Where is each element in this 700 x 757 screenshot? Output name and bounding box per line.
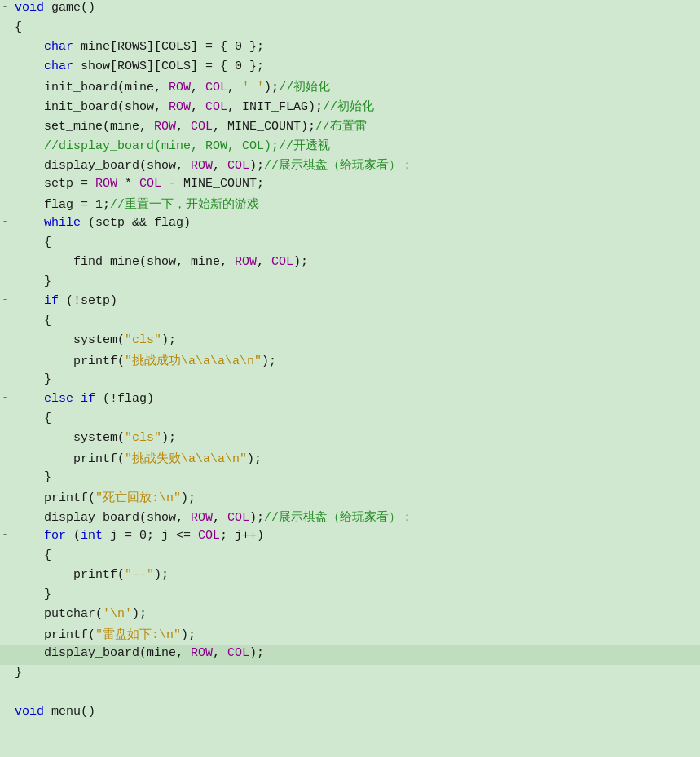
line-content-26: printf("死亡回放:\n");	[11, 490, 700, 505]
code-line-14: find_mine(show, mine, ROW, COL);	[0, 254, 700, 274]
code-line-1: - void game()	[0, 0, 700, 20]
line-content-9: display_board(show, ROW, COL);//展示棋盘（给玩家…	[11, 157, 700, 173]
code-line-27: display_board(show, ROW, COL);//展示棋盘（给玩家…	[0, 508, 700, 528]
code-line-17: {	[0, 313, 700, 332]
line-content-33: printf("雷盘如下:\n");	[11, 627, 700, 642]
code-line-21: - else if (!flag)	[0, 391, 700, 411]
func-name: game()	[51, 1, 95, 15]
code-line-23: system("cls");	[0, 430, 700, 450]
line-content-2: {	[11, 20, 700, 34]
line-content-30: printf("--");	[11, 568, 700, 582]
line-content-31: }	[11, 588, 700, 601]
code-line-26: printf("死亡回放:\n");	[0, 489, 700, 508]
line-content-25: }	[11, 470, 700, 484]
fold-icon-12[interactable]: -	[2, 216, 8, 226]
line-content-23: system("cls");	[11, 431, 700, 445]
line-content-5: init_board(mine, ROW, COL, ' ');//初始化	[11, 79, 700, 95]
code-line-6: init_board(show, ROW, COL, INIT_FLAG);//…	[0, 98, 700, 117]
line-content-14: find_mine(show, mine, ROW, COL);	[11, 255, 700, 269]
code-line-7: set_mine(mine, ROW, COL, MINE_COUNT);//布…	[0, 117, 700, 137]
code-line-19: printf("挑战成功\a\a\a\a\n");	[0, 352, 700, 372]
fold-icon-28[interactable]: -	[2, 529, 8, 539]
code-line-33: printf("雷盘如下:\n");	[0, 626, 700, 645]
line-content-34: display_board(mine, ROW, COL);	[11, 646, 700, 660]
code-line-22: {	[0, 411, 700, 430]
code-line-30: printf("--");	[0, 567, 700, 587]
line-content-15: }	[11, 275, 700, 288]
gutter-12: -	[0, 216, 11, 226]
line-content-36	[11, 685, 700, 699]
gutter-28: -	[0, 529, 11, 539]
line-content-20: }	[11, 372, 700, 386]
line-content-37: void menu()	[11, 705, 700, 719]
fold-icon-21[interactable]: -	[2, 392, 8, 402]
gutter-1: -	[0, 1, 11, 11]
line-content-3: char mine[ROWS][COLS] = { 0 };	[11, 40, 700, 54]
line-content-35: }	[11, 666, 700, 680]
code-line-31: }	[0, 587, 700, 606]
line-content-8: //display_board(mine, ROW, COL);//开透视	[11, 138, 700, 153]
fold-icon-1[interactable]: -	[2, 1, 8, 11]
code-line-8: //display_board(mine, ROW, COL);//开透视	[0, 137, 700, 156]
line-content-1: void game()	[11, 1, 700, 15]
code-line-5: init_board(mine, ROW, COL, ' ');//初始化	[0, 78, 700, 98]
code-line-16: - if (!setp)	[0, 293, 700, 313]
gutter-21: -	[0, 392, 11, 402]
code-line-3: char mine[ROWS][COLS] = { 0 };	[0, 39, 700, 59]
code-line-10: setp = ROW * COL - MINE_COUNT;	[0, 176, 700, 196]
line-content-29: {	[11, 548, 700, 562]
line-content-28: for (int j = 0; j <= COL; j++)	[11, 529, 700, 543]
line-content-11: flag = 1;//重置一下，开始新的游戏	[11, 196, 700, 212]
line-content-13: {	[11, 235, 700, 249]
code-line-29: {	[0, 548, 700, 567]
gutter-16: -	[0, 294, 11, 304]
code-line-15: }	[0, 274, 700, 293]
code-line-37: void menu()	[0, 704, 700, 724]
code-line-4: char show[ROWS][COLS] = { 0 };	[0, 59, 700, 78]
line-content-24: printf("挑战失败\a\a\a\n");	[11, 451, 700, 466]
code-line-35: }	[0, 665, 700, 684]
code-line-18: system("cls");	[0, 332, 700, 352]
line-content-7: set_mine(mine, ROW, COL, MINE_COUNT);//布…	[11, 118, 700, 134]
kw-void: void	[15, 1, 44, 15]
line-content-16: if (!setp)	[11, 294, 700, 308]
code-line-36	[0, 684, 700, 704]
line-content-27: display_board(show, ROW, COL);//展示棋盘（给玩家…	[11, 509, 700, 525]
line-content-18: system("cls");	[11, 333, 700, 347]
code-line-32: putchar('\n');	[0, 606, 700, 626]
code-line-20: }	[0, 372, 700, 391]
code-line-13: {	[0, 235, 700, 254]
code-line-12: - while (setp && flag)	[0, 215, 700, 235]
line-content-4: char show[ROWS][COLS] = { 0 };	[11, 59, 700, 73]
line-content-21: else if (!flag)	[11, 392, 700, 406]
code-line-28: - for (int j = 0; j <= COL; j++)	[0, 528, 700, 548]
code-editor: - void game() { char mine[ROWS][COLS] = …	[0, 0, 700, 757]
kw-void-menu: void	[15, 705, 44, 719]
fold-icon-16[interactable]: -	[2, 294, 8, 304]
code-line-9: display_board(show, ROW, COL);//展示棋盘（给玩家…	[0, 156, 700, 176]
code-line-24: printf("挑战失败\a\a\a\n");	[0, 450, 700, 469]
line-content-17: {	[11, 314, 700, 328]
line-content-12: while (setp && flag)	[11, 216, 700, 230]
code-line-34: display_board(mine, ROW, COL);	[0, 645, 700, 665]
line-content-32: putchar('\n');	[11, 607, 700, 621]
code-line-11: flag = 1;//重置一下，开始新的游戏	[0, 196, 700, 215]
line-content-6: init_board(show, ROW, COL, INIT_FLAG);//…	[11, 99, 700, 114]
code-line-2: {	[0, 20, 700, 39]
line-content-22: {	[11, 412, 700, 425]
line-content-10: setp = ROW * COL - MINE_COUNT;	[11, 177, 700, 191]
code-line-25: }	[0, 469, 700, 489]
line-content-19: printf("挑战成功\a\a\a\a\n");	[11, 353, 700, 368]
